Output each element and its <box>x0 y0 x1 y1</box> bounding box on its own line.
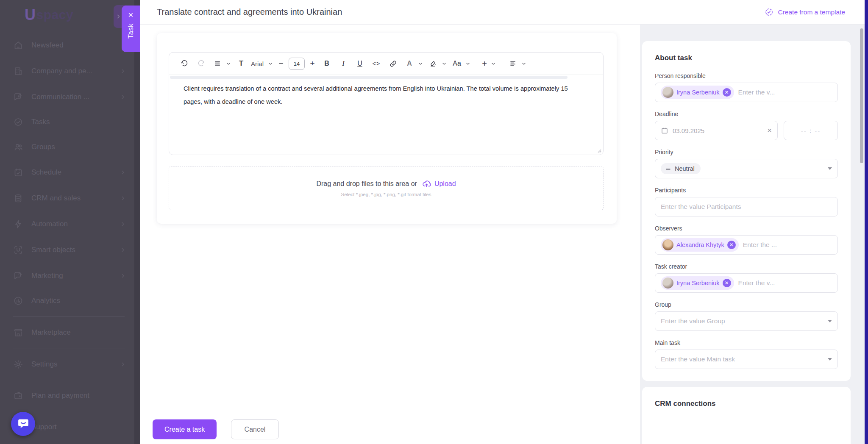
sidebar-item-marketing[interactable]: Marketing <box>13 267 129 284</box>
megaphone-chat-icon <box>13 270 24 281</box>
remove-chip-icon[interactable]: ✕ <box>723 279 731 287</box>
sidebar-item-label: Marketplace <box>31 328 71 337</box>
italic-button[interactable]: I <box>337 56 350 71</box>
sidebar-item-automation[interactable]: Automation <box>13 216 129 233</box>
insert-button[interactable]: + <box>480 56 496 71</box>
crm-connections-card: CRM connections <box>642 387 851 444</box>
crm-connections-heading: CRM connections <box>655 400 838 408</box>
redo-icon[interactable] <box>194 56 208 71</box>
clear-date-icon[interactable]: × <box>767 126 772 135</box>
sidebar-item-label: Groups <box>31 143 55 151</box>
decrease-font-button[interactable]: − <box>276 56 286 71</box>
create-from-template-label: Create from a template <box>778 8 845 16</box>
chevron-right-icon <box>120 68 126 75</box>
font-family-select[interactable]: Arial <box>251 60 273 67</box>
align-button[interactable] <box>506 56 527 71</box>
text-case-button[interactable]: Aa <box>450 56 471 71</box>
sidebar: Uspacy Newsfeed Company and pe... Commun… <box>0 0 140 444</box>
chevron-right-icon <box>120 361 126 368</box>
user-chip: Iryna Serbeniuk ✕ <box>661 276 734 290</box>
cancel-button[interactable]: Cancel <box>231 419 279 439</box>
gear-icon <box>13 359 24 370</box>
sidebar-item-label: Automation <box>31 220 68 228</box>
deadline-time-input[interactable]: -- : -- <box>784 121 838 140</box>
priority-select[interactable]: Neutral <box>655 159 838 178</box>
check-circle-icon <box>13 117 24 128</box>
align-left-icon <box>506 56 520 71</box>
participants-input[interactable]: Enter the value Participants <box>655 197 838 216</box>
upload-label: Upload <box>434 180 456 188</box>
sidebar-item-communication[interactable]: Communication ... <box>13 89 129 105</box>
sidebar-item-groups[interactable]: Groups <box>13 139 129 155</box>
input-placeholder: Enter the ... <box>743 241 777 249</box>
create-task-button[interactable]: Create a task <box>153 419 217 439</box>
field-label: Observers <box>655 225 838 232</box>
chevron-right-icon <box>120 195 126 202</box>
remove-chip-icon[interactable]: ✕ <box>723 88 731 97</box>
sidebar-item-label: Communication ... <box>31 93 89 101</box>
observers-input[interactable]: Alexandra Khytyk ✕ Enter the ... <box>655 235 838 255</box>
user-chip: Iryna Serbeniuk ✕ <box>661 86 734 99</box>
sidebar-item-label: Tasks <box>31 118 50 126</box>
link-icon[interactable] <box>386 56 400 71</box>
deadline-date-input[interactable]: 03.09.2025 × <box>655 121 778 140</box>
bold-button[interactable]: B <box>320 56 334 71</box>
toolbar-scrollbar[interactable] <box>170 76 568 79</box>
undo-icon[interactable] <box>178 56 191 71</box>
task-drawer-tab[interactable]: × Task <box>122 6 140 52</box>
modal-scrollbar-thumb[interactable] <box>860 28 863 163</box>
wallet-icon <box>13 390 24 401</box>
text-style-button[interactable]: T <box>234 56 248 71</box>
remove-chip-icon[interactable]: ✕ <box>727 241 736 249</box>
sidebar-item-marketplace[interactable]: Marketplace <box>13 324 129 341</box>
user-chip-name: Alexandra Khytyk <box>676 241 724 248</box>
sidebar-item-plan-payment[interactable]: Plan and payment <box>13 387 129 404</box>
sidebar-item-analytics[interactable]: Analytics <box>13 292 129 309</box>
task-creator-input[interactable]: Iryna Serbeniuk ✕ Enter the v... <box>655 273 838 293</box>
main-task-select[interactable]: Enter the value Main task <box>655 350 838 369</box>
sidebar-item-tasks[interactable]: Tasks <box>13 114 129 130</box>
field-label: Deadline <box>655 111 838 117</box>
close-icon[interactable]: × <box>128 11 133 19</box>
font-color-button[interactable]: A <box>403 56 423 71</box>
file-dropzone[interactable]: Drag and drop files to this area or Uplo… <box>169 166 604 210</box>
sidebar-item-newsfeed[interactable]: Newsfeed <box>13 37 129 54</box>
caret-down-icon <box>828 167 832 170</box>
sidebar-item-label: Plan and payment <box>31 391 89 400</box>
underline-button[interactable]: U <box>353 56 367 71</box>
code-button[interactable]: <> <box>370 56 383 71</box>
upload-button[interactable]: Upload <box>422 179 456 188</box>
font-size-box[interactable]: 14 <box>289 58 305 70</box>
chat-launcher-button[interactable] <box>11 412 35 436</box>
increase-font-button[interactable]: + <box>308 56 317 71</box>
chevron-down-icon <box>267 61 273 67</box>
chevron-down-icon <box>521 61 527 67</box>
sidebar-item-label: Newsfeed <box>31 41 64 50</box>
sidebar-item-label: Analytics <box>31 297 60 305</box>
field-label: Participants <box>655 187 838 194</box>
resize-handle[interactable] <box>596 148 601 153</box>
field-label: Person responsible <box>655 72 838 79</box>
sidebar-item-settings[interactable]: Settings <box>13 356 129 373</box>
description-card: T Arial − 14 + B I U <> <box>157 33 617 224</box>
highlight-button[interactable] <box>426 56 447 71</box>
person-responsible-input[interactable]: Iryna Serbeniuk ✕ Enter the v... <box>655 83 838 102</box>
sidebar-item-schedule[interactable]: Schedule <box>13 164 129 181</box>
caret-down-icon <box>828 358 832 361</box>
line-height-button[interactable] <box>211 56 231 71</box>
create-from-template-button[interactable]: Create from a template <box>765 8 845 17</box>
sidebar-item-company[interactable]: Company and pe... <box>13 63 129 80</box>
sidebar-item-smart-objects[interactable]: Smart objects <box>13 241 129 258</box>
sidebar-item-label: Smart objects <box>31 246 75 254</box>
user-chip: Alexandra Khytyk ✕ <box>661 238 739 252</box>
calendar-icon <box>661 127 668 134</box>
group-select[interactable]: Enter the value Group <box>655 311 838 331</box>
sidebar-item-crm[interactable]: CRM and sales <box>13 190 129 207</box>
font-color-a: A <box>403 56 416 71</box>
user-chip-name: Iryna Serbeniuk <box>676 89 720 96</box>
rich-text-editor[interactable]: T Arial − 14 + B I U <> <box>169 52 604 155</box>
modal-main-column: T Arial − 14 + B I U <> <box>140 25 640 444</box>
task-description-text[interactable]: Client requires translation of a contrac… <box>184 82 582 108</box>
sidebar-divider <box>13 316 125 317</box>
field-label: Priority <box>655 149 838 155</box>
